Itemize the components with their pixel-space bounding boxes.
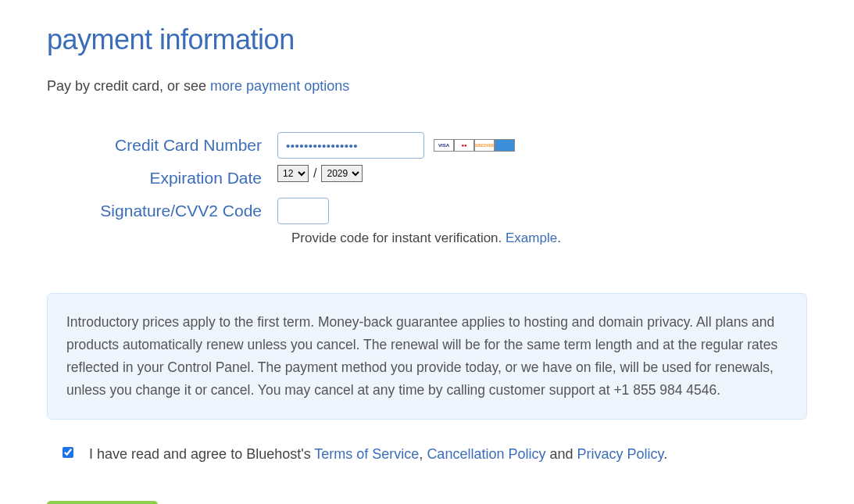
terms-box: Introductory prices apply to the first t… [47, 293, 807, 420]
visa-icon: VISA [434, 139, 454, 152]
agree-checkbox[interactable] [63, 447, 73, 458]
agree-text: I have read and agree to Bluehost's Term… [89, 443, 667, 466]
agree-comma: , [419, 446, 427, 462]
cancellation-policy-link[interactable]: Cancellation Policy [427, 446, 545, 462]
intro-prefix: Pay by credit card, or see [47, 78, 210, 94]
submit-button[interactable]: submit [47, 501, 158, 504]
cvv-hint-suffix: . [557, 231, 561, 245]
expiry-label: Expiration Date [47, 165, 277, 191]
privacy-policy-link[interactable]: Privacy Policy [577, 446, 664, 462]
terms-of-service-link[interactable]: Terms of Service [314, 446, 419, 462]
mastercard-icon: ●● [454, 139, 474, 152]
expiry-month-select[interactable]: 12 [277, 165, 309, 182]
intro-text: Pay by credit card, or see more payment … [47, 78, 807, 95]
agree-and: and [545, 446, 577, 462]
card-badges: VISA ●● DISCOVER [434, 139, 515, 152]
cvv-example-link[interactable]: Example [506, 231, 557, 245]
cvv-input[interactable] [277, 198, 329, 224]
discover-icon: DISCOVER [474, 139, 495, 152]
cvv-label: Signature/CVV2 Code [47, 198, 277, 224]
expiry-separator: / [313, 166, 316, 181]
page-title: payment information [47, 23, 807, 56]
agree-prefix: I have read and agree to Bluehost's [89, 446, 314, 462]
expiry-year-select[interactable]: 2029 [321, 165, 363, 182]
amex-icon [495, 139, 515, 152]
cvv-hint-text: Provide code for instant verification. [291, 231, 506, 245]
cvv-hint: Provide code for instant verification. E… [291, 231, 807, 246]
more-payment-options-link[interactable]: more payment options [210, 78, 349, 94]
card-number-input[interactable] [277, 132, 424, 159]
card-number-label: Credit Card Number [47, 132, 277, 159]
agree-suffix: . [663, 446, 667, 462]
